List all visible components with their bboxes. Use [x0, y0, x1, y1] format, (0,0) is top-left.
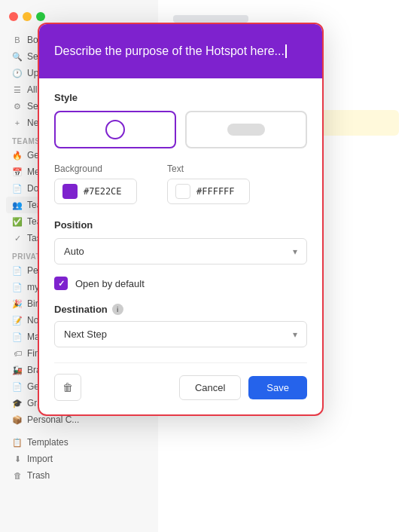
delete-button[interactable]: 🗑 — [54, 374, 81, 401]
destination-info-icon: i — [112, 304, 123, 315]
style-circle-option[interactable] — [54, 111, 176, 148]
general-icon: 🔥 — [12, 150, 23, 161]
import-label: Import — [27, 454, 53, 464]
modal-body: Style Background #7E22CE Text — [39, 78, 322, 414]
text-swatch — [175, 184, 190, 199]
open-default-label: Open by default — [75, 278, 145, 289]
personalc-icon: 📦 — [12, 414, 23, 425]
sidebar-item-templates[interactable]: 📋 Templates — [6, 434, 152, 451]
sidebar-item-trash[interactable]: 🗑 Trash — [6, 467, 152, 484]
background-label: Background — [54, 164, 137, 174]
tasklist-icon: ✓ — [12, 233, 23, 243]
personalv-icon: 📄 — [12, 265, 23, 276]
destination-label: Destination — [54, 304, 108, 315]
style-options — [54, 111, 307, 148]
modal-footer: 🗑 Cancel Save — [54, 362, 307, 401]
text-color-input[interactable]: #FFFFFF — [167, 179, 250, 204]
meeting-icon: 📅 — [12, 167, 23, 177]
style-pill-option[interactable] — [185, 111, 307, 148]
save-button[interactable]: Save — [248, 376, 307, 399]
close-dot[interactable] — [9, 12, 18, 21]
getting-icon: 📄 — [12, 381, 23, 392]
position-section: Position Auto ▾ — [54, 219, 307, 264]
sidebar-item-import[interactable]: ⬇ Import — [6, 451, 152, 467]
teamho-icon: 👥 — [12, 200, 23, 210]
docs-icon: 📄 — [12, 183, 23, 194]
search-icon: 🔍 — [12, 51, 23, 62]
workspace-icon: B — [12, 35, 23, 45]
trash-label: Trash — [27, 470, 50, 481]
background-color-group: Background #7E22CE — [54, 164, 137, 204]
text-color-value: #FFFFFF — [196, 186, 235, 197]
modal-header[interactable]: Describe the purpose of the Hotspot here… — [39, 24, 322, 78]
notionr-icon: 📝 — [12, 315, 23, 326]
text-color-label: Text — [167, 164, 250, 174]
open-default-checkbox[interactable]: ✓ — [54, 277, 68, 290]
destination-dropdown[interactable]: Next Step ▾ — [54, 321, 307, 347]
minimize-dot[interactable] — [23, 12, 32, 21]
grade-icon: 🎓 — [12, 398, 23, 408]
destination-chevron-icon: ▾ — [293, 329, 297, 340]
pill-preview — [227, 124, 265, 136]
color-row: Background #7E22CE Text #FFFFFF — [54, 164, 307, 204]
check-icon: ✓ — [58, 279, 65, 289]
import-icon: ⬇ — [12, 454, 23, 464]
finance-icon: 🏷 — [12, 348, 23, 359]
background-color-input[interactable]: #7E22CE — [54, 179, 137, 204]
personalc-label: Personal C... — [27, 414, 79, 425]
cancel-button[interactable]: Cancel — [179, 375, 241, 400]
open-by-default-row[interactable]: ✓ Open by default — [54, 277, 307, 290]
templates-icon: 📋 — [12, 437, 23, 448]
text-color-group: Text #FFFFFF — [167, 164, 250, 204]
allteam-icon: ☰ — [12, 84, 23, 95]
updates-icon: 🕐 — [12, 68, 23, 78]
maximize-dot[interactable] — [36, 12, 45, 21]
destination-section: Destination i Next Step ▾ — [54, 304, 307, 347]
position-dropdown[interactable]: Auto ▾ — [54, 238, 307, 264]
hotspot-modal: Describe the purpose of the Hotspot here… — [38, 23, 324, 416]
circle-preview — [105, 120, 125, 139]
background-value: #7E22CE — [84, 186, 122, 197]
traffic-lights — [6, 12, 152, 21]
destination-value: Next Step — [64, 329, 107, 340]
destination-label-row: Destination i — [54, 304, 307, 315]
trash-icon: 🗑 — [12, 470, 23, 481]
position-value: Auto — [64, 246, 84, 257]
position-chevron-icon: ▾ — [293, 246, 297, 257]
text-cursor — [285, 44, 287, 58]
blog-icon: 📄 — [12, 282, 23, 292]
teamtask-icon: ✅ — [12, 216, 23, 227]
newpage-icon: + — [12, 118, 23, 128]
header-text: Describe the purpose of the Hotspot here… — [54, 43, 285, 60]
style-label: Style — [54, 92, 307, 103]
managey-icon: 📄 — [12, 332, 23, 342]
settings-icon: ⚙ — [12, 101, 23, 112]
top-bar — [173, 15, 248, 23]
templates-label: Templates — [27, 437, 68, 448]
branch-icon: 🚂 — [12, 365, 23, 375]
background-swatch — [62, 184, 78, 199]
birthdays-icon: 🎉 — [12, 298, 23, 309]
delete-icon: 🗑 — [62, 381, 73, 393]
position-label: Position — [54, 219, 307, 231]
